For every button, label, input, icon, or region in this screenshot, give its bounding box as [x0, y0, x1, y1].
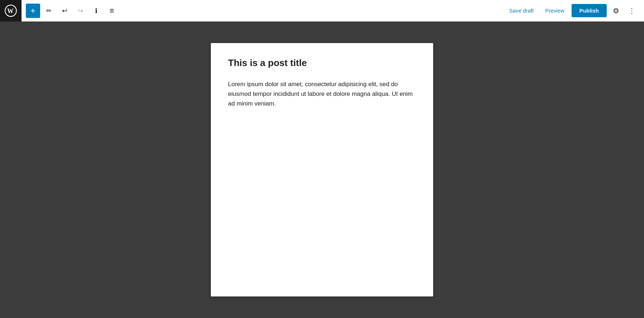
list-view-icon: ≡ — [110, 6, 114, 15]
list-view-button[interactable]: ≡ — [105, 4, 119, 18]
gear-icon: ⚙ — [613, 6, 619, 15]
pencil-icon: ✏ — [46, 7, 52, 15]
save-draft-button[interactable]: Save draft — [505, 5, 538, 17]
more-icon: ⋮ — [628, 6, 635, 15]
svg-text:W: W — [7, 7, 14, 14]
undo-icon: ↩ — [62, 7, 67, 15]
toolbar-right-controls: Save draft Preview Publish ⚙ ⋮ — [499, 4, 644, 17]
post-body[interactable]: Lorem ipsum dolor sit amet, consectetur … — [228, 79, 416, 109]
plus-icon: + — [30, 6, 35, 16]
app-container: W + ✏ ↩ ↪ ℹ ≡ — [0, 0, 644, 318]
publish-button[interactable]: Publish — [572, 4, 607, 17]
toolbar: W + ✏ ↩ ↪ ℹ ≡ — [0, 0, 644, 22]
add-block-button[interactable]: + — [26, 4, 40, 18]
more-options-button[interactable]: ⋮ — [625, 4, 638, 17]
info-icon: ℹ — [95, 7, 98, 15]
redo-button[interactable]: ↪ — [73, 4, 87, 18]
wordpress-logo[interactable]: W — [0, 0, 22, 22]
preview-button[interactable]: Preview — [541, 5, 568, 17]
save-draft-label: Save draft — [509, 8, 534, 14]
undo-button[interactable]: ↩ — [57, 4, 72, 18]
publish-label: Publish — [579, 8, 599, 14]
tools-button[interactable]: ✏ — [42, 4, 56, 18]
info-button[interactable]: ℹ — [89, 4, 103, 18]
settings-button[interactable]: ⚙ — [610, 4, 622, 17]
redo-icon: ↪ — [78, 7, 83, 15]
editor-content-area: This is a post title Lorem ipsum dolor s… — [0, 22, 644, 318]
editor-canvas[interactable]: This is a post title Lorem ipsum dolor s… — [211, 43, 433, 296]
toolbar-left-controls: + ✏ ↩ ↪ ℹ ≡ — [22, 4, 499, 18]
post-title[interactable]: This is a post title — [228, 57, 416, 69]
preview-label: Preview — [545, 8, 564, 14]
